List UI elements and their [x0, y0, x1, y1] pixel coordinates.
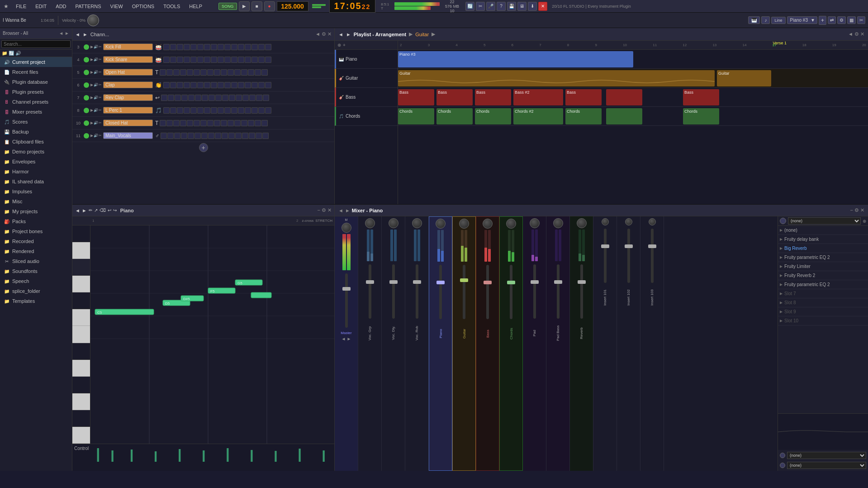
browser-item-misc[interactable]: 📁 Misc [0, 196, 72, 206]
mixer-output-top[interactable]: (none) [787, 452, 866, 459]
browser-item-il-shared[interactable]: 📁 IL shared data [0, 177, 72, 187]
voc-grp-pan-knob[interactable] [365, 218, 375, 228]
insert-101-fader[interactable] [604, 229, 607, 283]
playlist-collapse-btn[interactable]: ◄ [848, 31, 853, 37]
ch-active-btn-7[interactable] [84, 95, 89, 100]
browser-item-templates[interactable]: 📁 Templates [0, 296, 72, 306]
browser-item-mixer-presets[interactable]: 🎛 Mixer presets [0, 107, 72, 117]
ch-active-btn-8[interactable] [84, 108, 89, 113]
guitar-clip-1[interactable]: Guitar [398, 70, 715, 86]
piano-grid[interactable]: C5 D5 D#5 F5 G5 [90, 225, 334, 444]
master-arrow-l[interactable]: ◄ [342, 336, 346, 341]
chords-clip-4[interactable]: Chords #2 [513, 108, 563, 124]
channel-name-6[interactable]: Clap [103, 81, 153, 88]
playlist-prev-btn[interactable]: ◄ [338, 32, 343, 37]
insert-slot-limiter[interactable]: ▶ Fruity Limiter [778, 262, 868, 271]
insert-slot-reverb2[interactable]: ▶ Fruity Reverb 2 [778, 271, 868, 280]
browser-item-splice-folder[interactable]: 📁 splice_folder [0, 286, 72, 296]
pr-pencil-tool[interactable]: ✏ [89, 208, 92, 213]
browser-item-packs[interactable]: 🎒 Packs [0, 216, 72, 226]
bass-clip-4[interactable]: Bass #2 [513, 89, 563, 105]
mixer-output-bottom[interactable]: (none) [787, 462, 866, 469]
piano-dropdown[interactable]: Piano #3 ▼ [787, 16, 817, 24]
chords-pan-knob[interactable] [506, 219, 516, 229]
chords-clip-3[interactable]: Chords [475, 108, 511, 124]
speaker-btn[interactable]: 🔊 [15, 51, 21, 56]
download-icon[interactable]: ⬇ [528, 2, 537, 11]
menu-view[interactable]: VIEW [109, 3, 125, 10]
menu-help[interactable]: HELP [187, 3, 204, 10]
pr-eraser-tool[interactable]: ⌫ [100, 208, 106, 213]
ch-active-btn-10[interactable] [84, 120, 89, 126]
pr-settings-btn[interactable]: ⚙ [322, 207, 326, 213]
mixer-chain-btn[interactable]: ⊕ [863, 219, 866, 224]
bass-clip-5[interactable]: Bass [565, 89, 602, 105]
playlist-close-btn[interactable]: ✕ [860, 31, 864, 37]
browser-item-speech[interactable]: 📁 Speech [0, 276, 72, 286]
browser-item-backup[interactable]: 💾 Backup [0, 127, 72, 137]
browser-item-channel-presets[interactable]: 🎚 Channel presets [0, 97, 72, 107]
piano-fader[interactable] [439, 265, 442, 319]
guitar-clip-2[interactable]: Guitar [717, 70, 771, 86]
browser-item-scores[interactable]: 🎵 Scores [0, 117, 72, 127]
browser-item-plugin-database[interactable]: 🔌 Plugin database [0, 77, 72, 87]
insert-103-fader[interactable] [651, 229, 654, 283]
guitar-fader[interactable] [463, 265, 465, 319]
voc-dly-fader[interactable] [392, 264, 395, 319]
bass-pan-knob[interactable] [483, 219, 493, 229]
line-tool[interactable]: Line [771, 17, 785, 24]
insert-slot-eq-1[interactable]: ▶ Fruity parametric EQ 2 [778, 253, 868, 262]
browser-item-project-bones[interactable]: 📁 Project bones [0, 226, 72, 236]
insert-102-fader[interactable] [627, 229, 630, 283]
mixer-prev-btn[interactable]: ◄ [338, 208, 343, 213]
channel-name-4[interactable]: Kick Snare [103, 56, 153, 63]
channel-name-3[interactable]: Kick Fill [103, 43, 153, 50]
piano-clip-1[interactable]: Piano #3 [398, 51, 633, 67]
close-btn[interactable]: ✕ [538, 2, 547, 11]
pr-next-btn[interactable]: ► [82, 208, 87, 213]
insert-slot-7[interactable]: ▶ Slot 7 [778, 289, 868, 298]
chords-clip-2[interactable]: Chords [436, 108, 473, 124]
ch-active-btn-11[interactable] [84, 133, 89, 139]
pr-redo-btn[interactable]: ↪ [113, 208, 117, 213]
mic-icon[interactable]: 🎤 [486, 2, 495, 11]
help-icon[interactable]: ? [497, 2, 506, 11]
stop-btn[interactable]: ■ [251, 1, 262, 11]
chord-icon[interactable]: ♪ [761, 16, 770, 24]
channel-rack-collapse-btn[interactable]: ◄ [315, 31, 320, 37]
add-pattern-btn[interactable]: + [819, 16, 826, 25]
mixer-settings-btn[interactable]: ⚙ [854, 207, 859, 213]
channel-rack-next-btn[interactable]: ► [83, 32, 88, 37]
pad-fader[interactable] [533, 264, 536, 319]
ch-active-btn-5[interactable] [84, 70, 89, 75]
channel-name-10[interactable]: Closed Hat [103, 120, 153, 126]
song-mode-btn[interactable]: SONG [218, 3, 237, 10]
playlist-settings-btn[interactable]: ⚙ [854, 31, 859, 37]
menu-options[interactable]: OPTIONS [130, 3, 157, 10]
mixer-close-btn[interactable]: ✕ [860, 207, 864, 213]
mixer-output-select[interactable]: (none) [788, 217, 861, 225]
voc-rvb-pan-knob[interactable] [412, 218, 422, 228]
browser-item-my-projects[interactable]: 📁 My projects [0, 206, 72, 216]
refresh-btn[interactable]: 🔄 [9, 51, 14, 56]
pad-pan-knob[interactable] [530, 218, 540, 228]
reverb-fader[interactable] [580, 264, 583, 319]
menu-file[interactable]: FILE [14, 3, 28, 10]
browser-item-current-project[interactable]: 🔊 Current project [0, 57, 72, 67]
pr-close-btn[interactable]: ✕ [327, 207, 332, 213]
insert-101-pan-knob[interactable] [602, 218, 609, 225]
channel-name-11[interactable]: Main_Vocals [103, 132, 153, 139]
browser-item-envelopes[interactable]: 📁 Envelopes [0, 157, 72, 167]
insert-slot-9[interactable]: ▶ Slot 9 [778, 307, 868, 316]
pr-prev-btn[interactable]: ◄ [75, 208, 80, 213]
master-arrow-r[interactable]: ► [347, 336, 351, 341]
bass-clip-7[interactable]: Bass [683, 89, 719, 105]
pad-bass-pan-knob[interactable] [553, 218, 563, 228]
menu-patterns[interactable]: PATTERNS [74, 3, 103, 10]
channel-name-7[interactable]: Rev Clap [103, 94, 153, 101]
mixer-routing-icon[interactable]: ⇄ [828, 16, 836, 24]
bass-clip-3[interactable]: Bass [475, 89, 511, 105]
chords-fader[interactable] [510, 265, 512, 319]
piano-pan-knob[interactable] [436, 219, 446, 229]
bass-clip-1[interactable]: Bass [398, 89, 434, 105]
